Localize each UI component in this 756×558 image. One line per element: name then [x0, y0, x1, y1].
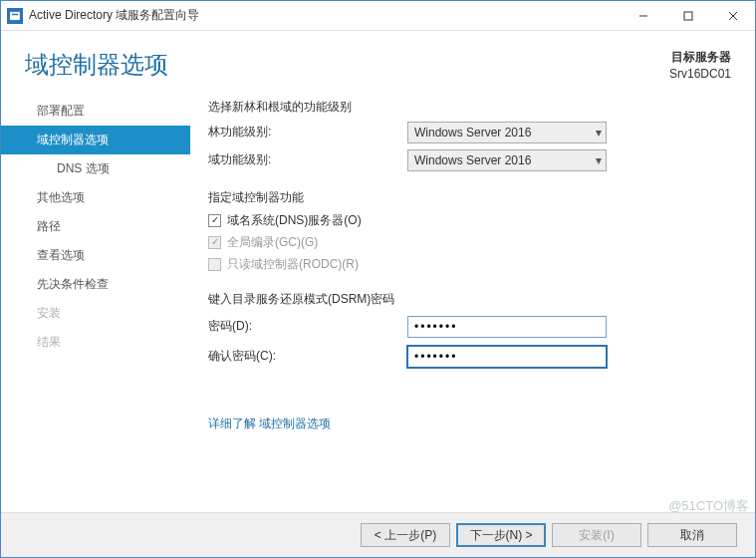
window-title: Active Directory 域服务配置向导 — [29, 7, 621, 24]
next-button[interactable]: 下一步(N) > — [456, 523, 546, 547]
sidebar-item-deploy[interactable]: 部署配置 — [1, 97, 190, 126]
domain-level-value: Windows Server 2016 — [414, 153, 531, 167]
target-server-value: Srv16DC01 — [669, 66, 731, 83]
sidebar-item-paths[interactable]: 路径 — [1, 212, 190, 241]
confirm-password-label: 确认密码(C): — [208, 348, 407, 365]
maximize-button[interactable] — [665, 1, 710, 30]
forest-level-value: Windows Server 2016 — [414, 126, 531, 140]
checkbox-rodc-label: 只读域控制器(RODC)(R) — [227, 256, 359, 273]
domain-level-label: 域功能级别: — [208, 151, 407, 168]
functional-level-title: 选择新林和根域的功能级别 — [208, 99, 725, 116]
svg-rect-3 — [684, 12, 692, 20]
wizard-body: 部署配置 域控制器选项 DNS 选项 其他选项 路径 查看选项 先决条件检查 安… — [1, 91, 755, 512]
password-label: 密码(D): — [208, 318, 407, 335]
checkbox-dns-label: 域名系统(DNS)服务器(O) — [227, 212, 362, 229]
svg-rect-0 — [11, 12, 20, 20]
wizard-footer: < 上一步(P) 下一步(N) > 安装(I) 取消 — [1, 512, 755, 557]
learn-more-link[interactable]: 详细了解 域控制器选项 — [208, 416, 331, 432]
forest-level-label: 林功能级别: — [208, 124, 407, 140]
sidebar-item-dc-options[interactable]: 域控制器选项 — [1, 126, 190, 154]
sidebar-item-results: 结果 — [1, 328, 190, 357]
domain-level-select[interactable]: Windows Server 2016 ▾ — [407, 149, 607, 171]
chevron-down-icon: ▾ — [596, 153, 602, 167]
sidebar-item-review[interactable]: 查看选项 — [1, 241, 190, 270]
dsrm-title: 键入目录服务还原模式(DSRM)密码 — [208, 291, 725, 308]
dc-capabilities-title: 指定域控制器功能 — [208, 189, 725, 206]
checkbox-gc: ✓ — [208, 236, 221, 249]
checkbox-gc-row: ✓ 全局编录(GC)(G) — [208, 234, 725, 251]
previous-button[interactable]: < 上一步(P) — [361, 523, 450, 547]
checkbox-gc-label: 全局编录(GC)(G) — [227, 234, 318, 251]
wizard-main: 选择新林和根域的功能级别 林功能级别: Windows Server 2016 … — [190, 91, 755, 512]
minimize-button[interactable] — [621, 1, 665, 30]
sidebar-item-prereq[interactable]: 先决条件检查 — [1, 270, 190, 299]
chevron-down-icon: ▾ — [596, 126, 602, 140]
header-row: 域控制器选项 目标服务器 Srv16DC01 — [1, 31, 755, 91]
checkbox-dns-row[interactable]: ✓ 域名系统(DNS)服务器(O) — [208, 212, 725, 229]
checkbox-rodc-row: 只读域控制器(RODC)(R) — [208, 256, 725, 273]
forest-level-select[interactable]: Windows Server 2016 ▾ — [407, 122, 607, 143]
wizard-sidebar: 部署配置 域控制器选项 DNS 选项 其他选项 路径 查看选项 先决条件检查 安… — [1, 91, 190, 512]
checkbox-dns[interactable]: ✓ — [208, 214, 221, 227]
titlebar: Active Directory 域服务配置向导 — [1, 1, 755, 31]
confirm-password-input[interactable] — [407, 346, 607, 368]
checkbox-rodc — [208, 258, 221, 271]
app-icon — [7, 8, 23, 24]
target-server-block: 目标服务器 Srv16DC01 — [669, 49, 731, 83]
install-button: 安装(I) — [552, 523, 641, 547]
sidebar-item-dns-options[interactable]: DNS 选项 — [1, 154, 190, 183]
sidebar-item-additional[interactable]: 其他选项 — [1, 183, 190, 212]
wizard-window: Active Directory 域服务配置向导 域控制器选项 目标服务器 Sr… — [0, 0, 756, 558]
target-server-label: 目标服务器 — [669, 49, 731, 66]
close-button[interactable] — [710, 1, 755, 30]
page-heading: 域控制器选项 — [25, 49, 669, 81]
sidebar-item-install: 安装 — [1, 299, 190, 328]
cancel-button[interactable]: 取消 — [647, 523, 737, 547]
password-input[interactable] — [407, 316, 607, 338]
svg-rect-1 — [12, 13, 18, 15]
